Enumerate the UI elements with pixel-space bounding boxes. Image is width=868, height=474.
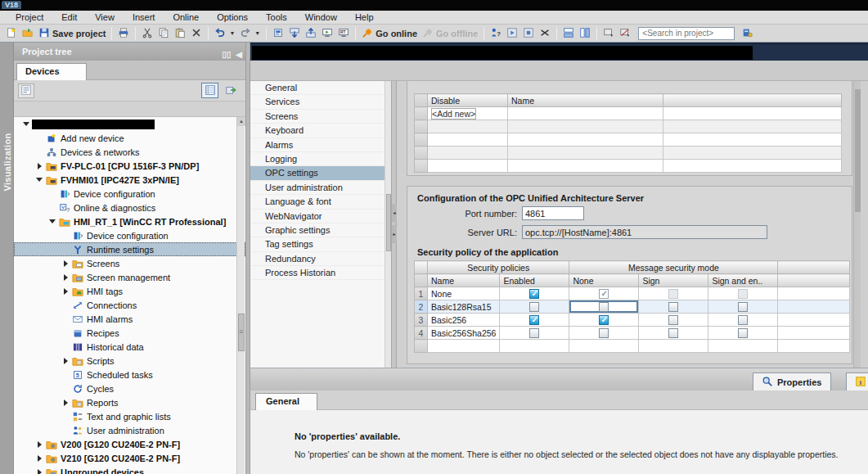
tree-item-recipes[interactable]: Recipes — [14, 326, 245, 340]
policy-name-cell[interactable]: Basic256Sha256 — [428, 327, 500, 340]
new-project-button[interactable] — [3, 25, 20, 42]
settings-nav-process-historian[interactable]: Process Historian — [250, 266, 385, 280]
tree-item-add-new-device[interactable]: Add new device — [14, 131, 245, 145]
checkbox-none[interactable] — [599, 315, 609, 325]
menu-window[interactable]: Window — [296, 11, 346, 23]
export-button[interactable] — [222, 83, 239, 98]
visualization-strip[interactable]: Visualization — [0, 43, 14, 474]
checkbox-sign[interactable] — [668, 315, 678, 325]
settings-nav-redundancy[interactable]: Redundancy — [250, 252, 385, 266]
tree-item-fv-plc-01-cpu-1516f-3-pn-dp[interactable]: FV-PLC-01 [CPU 1516F-3 PN/DP] — [14, 159, 245, 173]
menu-view[interactable]: View — [86, 11, 124, 23]
tree-item-screens[interactable]: Screens — [14, 256, 245, 270]
security-policy-row-none[interactable]: 1None — [415, 287, 850, 300]
expander-right-icon[interactable] — [34, 469, 45, 474]
content-scrollbar[interactable] — [853, 81, 861, 368]
checkbox-enabled[interactable] — [529, 289, 539, 299]
table-row[interactable]: <Add new> — [415, 107, 842, 120]
scrollbar-up-icon[interactable]: ▲ — [237, 117, 245, 126]
go-offline-button[interactable]: Go offline — [420, 25, 480, 42]
tab-general[interactable]: General — [255, 393, 317, 410]
settings-nav-user-administration[interactable]: User administration — [250, 181, 385, 195]
settings-splitter[interactable]: ◄ ► — [391, 81, 397, 368]
delete-button[interactable] — [188, 25, 205, 42]
paste-button[interactable] — [172, 25, 188, 42]
go-online-button[interactable]: Go online — [359, 25, 420, 42]
expander-right-icon[interactable] — [60, 274, 71, 281]
add-new-cell[interactable]: <Add new> — [431, 108, 476, 120]
settings-nav-graphic-settings[interactable]: Graphic settings — [250, 223, 385, 237]
open-project-button[interactable] — [20, 25, 36, 42]
tree-item-devices-networks[interactable]: Devices & networks — [14, 145, 245, 159]
checkbox-none[interactable] — [599, 302, 609, 312]
tree-item-user-administration[interactable]: User administration — [14, 423, 245, 437]
checkbox-enabled[interactable] — [529, 302, 539, 312]
settings-nav-logging[interactable]: Logging — [250, 152, 385, 166]
menu-online[interactable]: Online — [164, 11, 208, 23]
scrollbar-thumb[interactable] — [855, 89, 861, 212]
start-runtime-button[interactable] — [319, 25, 335, 42]
menu-insert[interactable]: Insert — [124, 11, 164, 23]
table-row[interactable] — [415, 133, 842, 147]
checkbox-sign-and-en[interactable] — [738, 315, 748, 325]
tree-item-v200-g120-cu240e-2-pn-f[interactable]: V200 [G120 CU240E-2 PN-F] — [14, 437, 245, 451]
tree-item-v210-g120-cu240e-2-pn-f[interactable]: V210 [G120 CU240E-2 PN-F] — [14, 451, 245, 465]
tree-sort-button[interactable] — [18, 84, 34, 98]
download-to-device-button[interactable] — [286, 25, 303, 42]
settings-nav-general[interactable]: General — [250, 81, 385, 95]
checkbox-enabled[interactable] — [529, 315, 539, 325]
dropdown-caret-icon[interactable]: ▼ — [229, 30, 235, 36]
tree-item-hmi-rt-1-wincc-rt-professional[interactable]: HMI_RT_1 [WinCC RT Professional] — [14, 214, 245, 228]
settings-nav-tag-settings[interactable]: Tag settings — [250, 237, 385, 251]
tree-item-online-diagnostics[interactable]: ?Online & diagnostics — [14, 201, 245, 214]
touch-panel-button[interactable] — [600, 25, 617, 42]
settings-nav-screens[interactable]: Screens — [250, 110, 385, 124]
settings-nav-scrollbar[interactable] — [385, 81, 391, 368]
checkbox-sign[interactable] — [668, 289, 678, 299]
table-row[interactable] — [415, 160, 842, 173]
table-row[interactable] — [415, 147, 842, 160]
menu-help[interactable]: Help — [346, 11, 383, 23]
tree-item-cycles[interactable]: Cycles — [14, 381, 245, 395]
expander-down-icon[interactable] — [34, 178, 45, 182]
expander-right-icon[interactable] — [60, 400, 71, 406]
security-policy-row-basic256[interactable]: 3Basic256 — [415, 314, 850, 327]
expander-right-icon[interactable] — [60, 358, 71, 364]
scrollbar-thumb[interactable] — [238, 314, 245, 351]
table-row[interactable] — [415, 120, 842, 133]
upload-from-device-button[interactable] — [303, 25, 319, 42]
start-simulation-button[interactable] — [504, 25, 520, 42]
cut-button[interactable] — [139, 25, 155, 42]
policy-name-cell[interactable]: None — [428, 287, 500, 300]
tab-devices[interactable]: Devices — [16, 63, 87, 80]
settings-nav-language-font[interactable]: Language & font — [250, 195, 385, 209]
checkbox-sign[interactable] — [668, 328, 678, 338]
tree-item-text-and-graphic-lists[interactable]: Text and graphic lists — [14, 409, 245, 423]
dropdown-caret-icon[interactable]: ▼ — [254, 30, 260, 36]
tree-item-ungrouped-devices[interactable]: Ungrouped devices — [14, 465, 245, 474]
tree-item-hmi-alarms[interactable]: HMI alarms — [14, 312, 245, 326]
tree-item-device-configuration[interactable]: Device configuration — [14, 187, 245, 201]
expander-right-icon[interactable] — [60, 288, 71, 295]
menu-edit[interactable]: Edit — [52, 11, 86, 23]
security-policy-row-basic256sha256[interactable]: 4Basic256Sha256 — [415, 327, 850, 340]
settings-nav-webnavigator[interactable]: WebNavigator — [250, 210, 385, 223]
tree-item-device-configuration[interactable]: Device configuration — [14, 228, 245, 242]
runtime-rt-button[interactable]: RT — [335, 25, 352, 42]
tree-item-reports[interactable]: Reports — [14, 395, 245, 409]
checkbox-none[interactable] — [599, 289, 609, 299]
checkbox-sign-and-en[interactable] — [738, 289, 748, 299]
cross-reference-button[interactable] — [537, 25, 553, 42]
tia-user-search-button[interactable] — [740, 25, 756, 42]
checkbox-sign-and-en[interactable] — [738, 302, 748, 312]
settings-nav-alarms[interactable]: Alarms — [250, 138, 385, 152]
tree-item-scripts[interactable]: Scripts — [14, 354, 245, 368]
copy-button[interactable] — [155, 25, 172, 42]
settings-nav-opc-settings[interactable]: OPC settings — [250, 166, 385, 180]
policy-name-cell[interactable]: Basic128Rsa15 — [428, 300, 500, 314]
menu-project[interactable]: Project — [7, 11, 52, 23]
accessible-devices-button[interactable]: ? — [488, 25, 504, 42]
checkbox-enabled[interactable] — [529, 328, 539, 338]
menu-options[interactable]: Options — [208, 11, 257, 23]
checkbox-none[interactable] — [599, 328, 609, 338]
